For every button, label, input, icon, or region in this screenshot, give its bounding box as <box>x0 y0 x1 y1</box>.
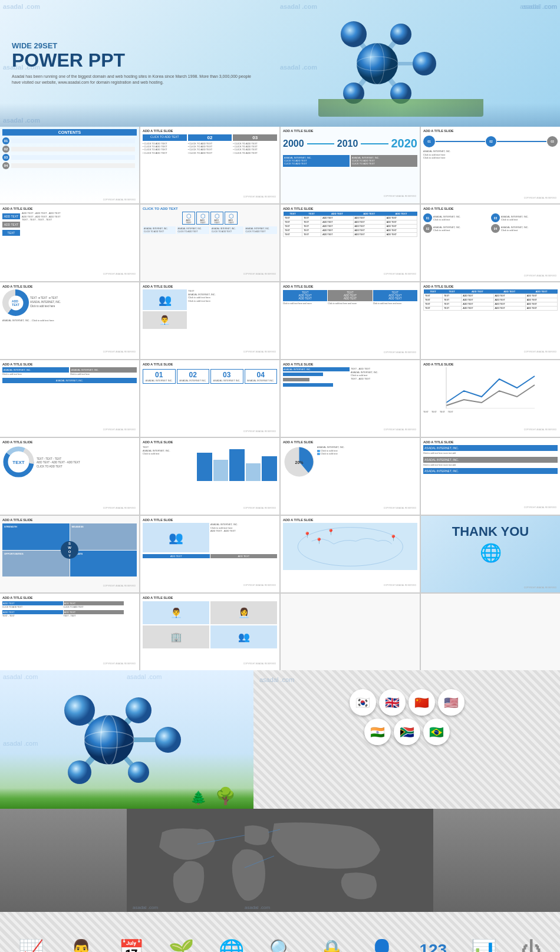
three-cols-body: • CLICK TO ADD TEXT• CLICK TO ADD TEXT• … <box>143 142 277 154</box>
timeline-line-2 <box>361 143 388 144</box>
people-photo-office: 👥 <box>143 523 209 552</box>
flow-header-1: ADD TEXT <box>2 601 63 605</box>
asset-calendar-icon: 📅 <box>118 938 144 953</box>
pie-container: 20% <box>283 446 315 478</box>
asset-globe-icon: 🌐 <box>219 938 245 953</box>
col-03: 03 <box>233 134 277 141</box>
tree-icon-2: 🌲 <box>190 790 206 806</box>
copyright-17: COPYRIGHT ASADAL RESERVED <box>103 507 136 509</box>
slide-content-19: 20% ASADAL INTERNET, INC. 👥 Click to add… <box>283 446 417 510</box>
svg-point-10 <box>413 52 436 75</box>
slide-thumb-9[interactable]: ADD A TITLE SLIDE ADDTEXT TEXT ➜ TEXT ➜ … <box>0 282 139 359</box>
slide-title-6: CLICK TO ADD TEXT <box>143 207 277 210</box>
slide-thumb-17[interactable]: ADD A TITLE SLIDE TEXT TEXT - TEXT - TE <box>0 438 139 515</box>
td-addtext2: ADD TEXT <box>353 216 385 220</box>
people-photo-1: 👥 <box>143 289 187 310</box>
slide-thumb-1[interactable]: CONTENTS 01 02 03 04 COPYRIGH <box>0 127 139 203</box>
col2-text-15: TEXT - ADD TEXT ASADAL INTERNET, INC. Cl… <box>351 367 417 380</box>
slide-thumb-18[interactable]: ADD A TITLE SLIDE TEXTASADAL INTERNET, I… <box>140 438 279 515</box>
map-pin-2: 📍 <box>315 538 322 544</box>
copyright-1: COPYRIGHT ASADAL RESERVED <box>103 199 136 201</box>
slide-thumb-11[interactable]: ADD A TITLE SLIDE TEXTADD TEXTADD TEXT T… <box>281 282 420 359</box>
lg-td-1d: TEXT <box>424 307 443 311</box>
svg-text:asadal .com: asadal .com <box>245 905 270 910</box>
slide-thumb-2[interactable]: ADD A TITLE SLIDE CLICK TO ADD TEXT 02 0… <box>140 127 279 203</box>
timeline-years: 2000 2010 2020 <box>283 134 417 153</box>
slide-thumb-13[interactable]: ADD A TITLE SLIDE ASADAL INTERNET, INC. … <box>0 360 139 437</box>
swot-weakness: WEANESS <box>70 523 137 550</box>
company-header-1: ASADAL INTERNET, INC. <box>423 445 558 451</box>
slide-thumb-7[interactable]: ADD A TITLE SLIDE TEXT TEXT ADD TEXT ADD… <box>281 205 420 281</box>
h-bar-row-2 <box>283 378 350 381</box>
slide-content-17: TEXT TEXT - TEXT - TEXT ADD TEXT - ADD T… <box>2 446 137 510</box>
step-add-text: ADD TEXT <box>2 213 20 219</box>
icon-boxes-row: ⬡ ADDTEXT ⬡ ADDTEXT ⬡ ADDTEXT ⬡ ADDTEXT <box>143 212 277 225</box>
slide-thumb-15[interactable]: ADD A TITLE SLIDE ASADAL INTERNET, INC. <box>281 360 420 437</box>
three-cols-header: CLICK TO ADD TEXT 02 03 <box>143 134 277 141</box>
lg-td-2b: TEXT <box>443 298 462 302</box>
bar-2 <box>213 460 229 481</box>
swot-w-label: WEANESS <box>72 525 84 528</box>
icon-1: ⬡ <box>186 213 192 219</box>
slide-thumb-25[interactable]: ADD A TITLE SLIDE ADD TEXT CLICK TO ADD … <box>0 594 139 670</box>
process-line-1 <box>436 141 485 142</box>
td-text2-e: TEXT <box>302 233 321 237</box>
num-text-4: ASADAL INTERNET INC. <box>246 379 276 382</box>
year-2020: 2020 <box>391 137 418 150</box>
slide-thumb-10[interactable]: ADD A TITLE SLIDE 👥 👨‍💼 TEXT ASADAL INTE… <box>140 282 279 359</box>
slide-thumb-4[interactable]: ADD A TITLE SLIDE 01 02 03 ASADAL INTERN… <box>421 127 560 203</box>
slide-thumb-12[interactable]: ADD A TITLE SLIDE TEXT TEXT ADD TEXT ADD… <box>421 282 560 359</box>
th-text-2: TEXT <box>443 289 462 294</box>
donut-desc-17: TEXT - TEXT - TEXT ADD TEXT - ADD TEXT -… <box>37 457 137 469</box>
td-addtext-c: ADD TEXT <box>321 225 353 229</box>
slide-thumb-22[interactable]: ADD A TITLE SLIDE 👥 ASADAL INTERNET, INC… <box>140 516 279 592</box>
copyright-13: COPYRIGHT ASADAL RESERVED <box>103 429 136 431</box>
copyright-10: COPYRIGHT ASADAL RESERVED <box>243 351 276 353</box>
slide-thumb-26[interactable]: ADD A TITLE SLIDE 👨‍💼 👩‍💼 🏢 👥 COPYRIGHT … <box>140 594 279 670</box>
lock-emoji: 🔒 <box>319 938 345 953</box>
year-2000: 2000 <box>283 139 304 149</box>
slide-thumb-6[interactable]: CLICK TO ADD TEXT ⬡ ADDTEXT ⬡ ADDTEXT ⬡ … <box>140 205 279 281</box>
people-add-1: ADD TEXT <box>143 554 210 558</box>
slide-content-7: TEXT TEXT ADD TEXT ADD TEXT ADD TEXT TEX… <box>283 212 417 276</box>
photo-grid: 👨‍💼 👩‍💼 🏢 👥 <box>143 601 277 648</box>
lg-td-2: TEXT <box>443 294 462 298</box>
slide-thumb-3[interactable]: ADD A TITLE SLIDE 2000 2010 2020 ASADAL … <box>281 127 420 203</box>
icon-text-3: ASADAL INTERNET, INC.CLICK TO ADD TEXT <box>210 226 243 234</box>
slide-thumb-16[interactable]: ADD A TITLE SLIDE TEXT TEXT TEXT <box>421 360 560 437</box>
bar-3 <box>229 449 245 481</box>
donut-svg-17: TEXT <box>2 446 35 478</box>
process-circle-3: 03 <box>547 136 558 147</box>
assets-row1: asadal .com asadal .com asadal .com <box>0 670 560 809</box>
copyright-14: COPYRIGHT ASADAL RESERVED <box>243 430 276 433</box>
hex-text-1: Click to add text here <box>2 373 69 376</box>
slide-thumb-5[interactable]: ADD A TITLE SLIDE ADD TEXT ADD TEXT TEXT <box>0 205 139 281</box>
slide-thumb-23[interactable]: ADD A TITLE SLIDE 📍 📍 📍 📍 COPYRIGHT ASAD… <box>281 516 420 592</box>
steps-container: ADD TEXT ADD TEXT TEXT ADD TEXT - ADD TE… <box>2 212 137 238</box>
donut-text-17: TEXT - TEXT - TEXT ADD TEXT - ADD TEXT -… <box>37 457 137 469</box>
lg-td-3b: ADD TEXT <box>462 298 493 302</box>
hero-globe <box>318 11 483 117</box>
world-map-svg: asadal .com asadal .com <box>0 809 560 912</box>
lg-td-3c: ADD TEXT <box>462 302 493 307</box>
hero-wide-label: WIDE 29SET <box>12 41 253 50</box>
slide-title-9: ADD A TITLE SLIDE <box>2 285 137 288</box>
svg-point-34 <box>155 727 181 753</box>
slide-thumb-8[interactable]: ADD A TITLE SLIDE 01 ASADAL INTERNET, IN… <box>421 205 560 281</box>
office-desc: ASADAL INTERNET, INC. Click to add text … <box>210 523 277 533</box>
table-row-5: TEXT TEXT ADD TEXT ADD TEXT ADD TEXT <box>284 233 417 237</box>
pie-section: 20% ASADAL INTERNET, INC. 👥 Click to add… <box>283 446 417 478</box>
slide-thumb-21[interactable]: ADD A TITLE SLIDE STRENGTH WEANESS OPPOR… <box>0 516 139 592</box>
flag-korea: 🇰🇷 <box>350 689 376 716</box>
slide-thumb-14[interactable]: ADD A TITLE SLIDE 01 ASADAL INTERNET INC… <box>140 360 279 437</box>
contents-row-4: 04 <box>2 162 137 169</box>
h-bars-15 <box>283 373 350 387</box>
slide-content-20: ASADAL INTERNET, INC. Click to add text … <box>423 445 558 510</box>
slide-thumb-19[interactable]: ADD A TITLE SLIDE 20% ASADAL INTERNET, I… <box>281 438 420 515</box>
lg-td-4c: ADD TEXT <box>493 302 525 307</box>
lg-row-4: TEXT TEXT ADD TEXT ADD TEXT ADD TEXT <box>424 307 558 311</box>
slide-thumb-20[interactable]: ADD A TITLE SLIDE ASADAL INTERNET, INC. … <box>421 438 560 515</box>
slide-thumb-24[interactable]: THANK YOU 🌐 COPYRIGHT ASADAL RESERVED <box>421 516 560 592</box>
line-chart-section: TEXT TEXT TEXT TEXT <box>423 367 558 413</box>
swot-grid: STRENGTH WEANESS OPPORTUNITIES THREATS S… <box>2 523 137 577</box>
